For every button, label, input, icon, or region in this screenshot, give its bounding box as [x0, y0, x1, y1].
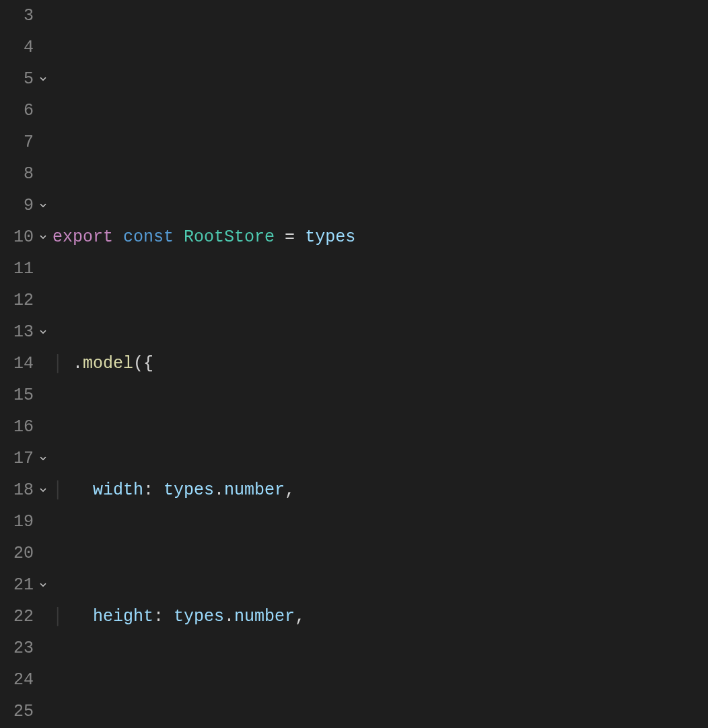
fold-toggle[interactable] [34, 316, 52, 348]
fold-spacer [34, 664, 52, 696]
prop-width: width [93, 480, 143, 500]
identifier-types: types [305, 227, 355, 247]
fold-gutter[interactable] [34, 0, 52, 728]
line-number: 14 [0, 348, 34, 379]
line-number: 23 [0, 632, 34, 664]
code-line[interactable]: │ height: types.number, [52, 601, 537, 632]
fold-spacer [34, 285, 52, 316]
code-line[interactable]: │ .model({ [52, 348, 537, 379]
line-number: 21 [0, 569, 34, 601]
line-number: 4 [0, 32, 34, 63]
fold-spacer [34, 601, 52, 632]
fold-spacer [34, 253, 52, 285]
line-number: 7 [0, 126, 34, 158]
chevron-down-icon[interactable] [37, 484, 49, 497]
fold-spacer [34, 32, 52, 63]
chevron-down-icon[interactable] [37, 73, 49, 85]
fold-toggle[interactable] [34, 569, 52, 601]
keyword-const: const [123, 227, 174, 247]
keyword-export: export [52, 227, 113, 247]
line-number: 24 [0, 664, 34, 696]
fold-spacer [34, 95, 52, 126]
line-number: 3 [0, 0, 34, 32]
line-number: 16 [0, 411, 34, 443]
code-line[interactable]: │ width: types.number, [52, 474, 537, 506]
line-number: 17 [0, 443, 34, 474]
line-number: 10 [0, 221, 34, 253]
fold-toggle[interactable] [34, 474, 52, 506]
code-line[interactable]: export const RootStore = types [52, 221, 537, 253]
fold-toggle[interactable] [34, 221, 52, 253]
code-editor[interactable]: 345678910111213141516171819202122232425 … [0, 0, 708, 728]
line-number: 12 [0, 285, 34, 316]
line-number: 18 [0, 474, 34, 506]
line-number: 13 [0, 316, 34, 348]
fold-toggle[interactable] [34, 190, 52, 221]
identifier-rootstore: RootStore [184, 227, 275, 247]
line-number: 15 [0, 379, 34, 411]
code-line[interactable] [52, 95, 537, 126]
fold-spacer [34, 158, 52, 190]
fold-spacer [34, 411, 52, 443]
fold-spacer [34, 506, 52, 538]
chevron-down-icon[interactable] [37, 200, 49, 212]
chevron-down-icon[interactable] [37, 453, 49, 465]
line-number: 9 [0, 190, 34, 221]
method-model: model [83, 354, 133, 373]
line-number: 20 [0, 538, 34, 569]
fold-spacer [34, 0, 52, 32]
fold-spacer [34, 632, 52, 664]
chevron-down-icon[interactable] [37, 231, 49, 244]
fold-spacer [34, 348, 52, 379]
code-content[interactable]: export const RootStore = types │ .model(… [52, 0, 537, 728]
chevron-down-icon[interactable] [37, 579, 49, 591]
fold-spacer [34, 696, 52, 727]
chevron-down-icon[interactable] [37, 326, 49, 338]
fold-toggle[interactable] [34, 443, 52, 474]
operator-equals: = [285, 227, 295, 247]
line-number: 22 [0, 601, 34, 632]
line-number: 8 [0, 158, 34, 190]
line-number: 5 [0, 63, 34, 95]
line-number: 6 [0, 95, 34, 126]
fold-spacer [34, 126, 52, 158]
fold-spacer [34, 379, 52, 411]
fold-spacer [34, 538, 52, 569]
line-number: 19 [0, 506, 34, 538]
prop-height: height [93, 607, 153, 626]
line-number: 11 [0, 253, 34, 285]
line-number: 25 [0, 696, 34, 727]
fold-toggle[interactable] [34, 63, 52, 95]
line-number-gutter: 345678910111213141516171819202122232425 [0, 0, 34, 728]
prop-number: number [224, 480, 285, 500]
